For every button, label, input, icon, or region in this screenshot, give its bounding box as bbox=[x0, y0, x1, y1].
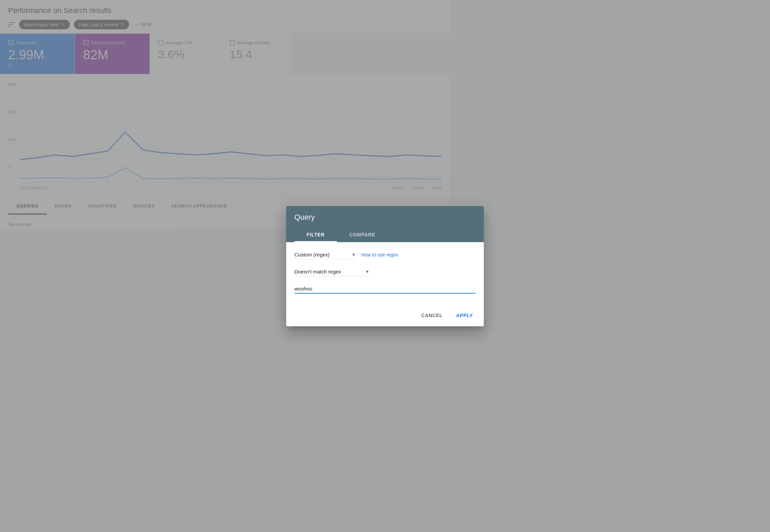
how-to-use-regex-link[interactable]: How to use regex bbox=[361, 252, 398, 257]
dialog-tab-compare[interactable]: COMPARE bbox=[337, 227, 387, 242]
dialog-tab-filter[interactable]: FILTER bbox=[294, 227, 337, 242]
condition-row: Doesn't match regex Matches regex Contai… bbox=[294, 267, 450, 276]
value-row bbox=[294, 284, 450, 294]
dialog-footer: CANCEL APPLY bbox=[286, 307, 450, 317]
filter-type-select[interactable]: Custom (regex) Queries containing Exact … bbox=[294, 250, 356, 259]
value-input[interactable] bbox=[294, 284, 450, 294]
condition-select-wrapper: Doesn't match regex Matches regex Contai… bbox=[294, 267, 369, 276]
dialog-title: Query bbox=[294, 213, 450, 222]
filter-type-select-wrapper: Custom (regex) Queries containing Exact … bbox=[294, 250, 356, 259]
modal-overlay[interactable]: Query FILTER COMPARE Custom (regex) Quer… bbox=[0, 0, 450, 317]
cancel-button[interactable]: CANCEL bbox=[416, 310, 448, 317]
condition-select[interactable]: Doesn't match regex Matches regex Contai… bbox=[294, 267, 369, 276]
query-dialog: Query FILTER COMPARE Custom (regex) Quer… bbox=[286, 206, 450, 317]
dialog-tabs: FILTER COMPARE bbox=[294, 227, 450, 242]
dialog-header: Query FILTER COMPARE bbox=[286, 206, 450, 242]
filter-type-row: Custom (regex) Queries containing Exact … bbox=[294, 250, 450, 259]
dialog-body: Custom (regex) Queries containing Exact … bbox=[286, 242, 450, 307]
